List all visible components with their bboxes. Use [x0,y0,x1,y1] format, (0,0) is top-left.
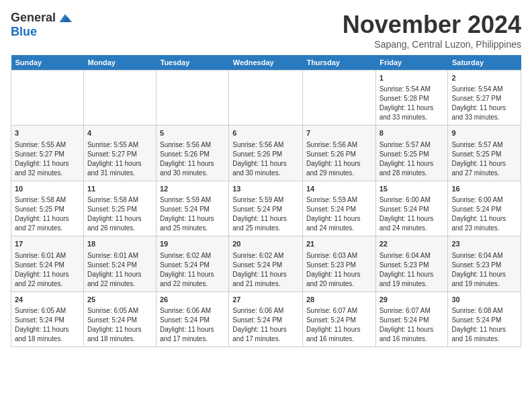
day-number: 16 [451,184,517,194]
day-info-line: Daylight: 11 hours and 33 minutes. [451,103,517,122]
day-info-line: Sunrise: 5:56 AM [306,140,372,150]
calendar-cell: 20Sunrise: 6:02 AMSunset: 5:24 PMDayligh… [229,236,303,291]
day-info-line: Sunset: 5:23 PM [306,261,372,270]
page-header: General Blue November 2024 Sapang, Centr… [11,11,521,50]
day-info-line: Daylight: 11 hours and 18 minutes. [87,325,152,344]
calendar-cell: 10Sunrise: 5:58 AMSunset: 5:25 PMDayligh… [11,181,84,236]
day-number: 29 [380,295,445,305]
day-info-line: Sunset: 5:24 PM [306,316,372,325]
day-info-line: Daylight: 11 hours and 30 minutes. [232,159,299,178]
day-info-line: Sunrise: 5:59 AM [232,195,299,205]
day-number: 13 [232,184,299,194]
calendar-cell: 1Sunrise: 5:54 AMSunset: 5:28 PMDaylight… [375,71,448,126]
day-number: 12 [160,184,225,194]
calendar-cell: 6Sunrise: 5:56 AMSunset: 5:26 PMDaylight… [229,126,303,181]
calendar-cell: 26Sunrise: 6:06 AMSunset: 5:24 PMDayligh… [157,291,229,347]
day-info-line: Daylight: 11 hours and 20 minutes. [306,270,372,289]
calendar-week-row: 1Sunrise: 5:54 AMSunset: 5:28 PMDaylight… [11,71,521,126]
day-info-line: Daylight: 11 hours and 27 minutes. [15,214,80,233]
day-number: 28 [306,295,372,305]
day-info-line: Sunrise: 6:03 AM [306,251,372,261]
day-number: 22 [380,239,445,249]
day-number: 3 [15,128,80,138]
calendar-cell: 16Sunrise: 6:00 AMSunset: 5:24 PMDayligh… [448,181,521,236]
day-info-line: Sunset: 5:24 PM [451,316,517,325]
logo-icon [57,11,73,25]
weekday-header-saturday: Saturday [448,55,521,71]
day-info-line: Daylight: 11 hours and 22 minutes. [15,270,80,289]
day-number: 15 [380,184,445,194]
weekday-header-wednesday: Wednesday [229,55,303,71]
day-number: 26 [160,295,225,305]
calendar-cell: 22Sunrise: 6:04 AMSunset: 5:23 PMDayligh… [375,236,448,291]
logo-blue-text: Blue [11,25,37,39]
calendar-cell [11,71,84,126]
day-info-line: Sunrise: 5:57 AM [380,140,445,150]
day-info-line: Sunrise: 5:55 AM [15,140,80,150]
day-info-line: Sunrise: 5:54 AM [380,85,445,94]
weekday-header-tuesday: Tuesday [157,55,229,71]
day-info-line: Sunset: 5:24 PM [87,261,152,270]
day-info-line: Sunset: 5:24 PM [306,205,372,214]
day-info-line: Sunset: 5:27 PM [15,150,80,159]
day-info-line: Sunset: 5:25 PM [451,150,517,159]
day-info-line: Sunrise: 6:07 AM [306,306,372,316]
weekday-header-sunday: Sunday [11,55,84,71]
day-number: 24 [15,295,80,305]
day-info-line: Sunrise: 5:59 AM [306,195,372,205]
calendar-cell: 29Sunrise: 6:07 AMSunset: 5:24 PMDayligh… [375,291,448,347]
day-info-line: Daylight: 11 hours and 29 minutes. [306,159,372,178]
day-info-line: Sunrise: 6:02 AM [232,251,299,261]
day-info-line: Daylight: 11 hours and 19 minutes. [380,270,445,289]
day-info-line: Sunrise: 6:01 AM [87,251,152,261]
calendar-cell: 25Sunrise: 6:05 AMSunset: 5:24 PMDayligh… [83,291,156,347]
day-number: 17 [15,239,80,249]
calendar-cell: 19Sunrise: 6:02 AMSunset: 5:24 PMDayligh… [157,236,229,291]
day-info-line: Sunset: 5:24 PM [15,261,80,270]
day-info-line: Sunrise: 5:56 AM [160,140,225,150]
calendar-cell: 8Sunrise: 5:57 AMSunset: 5:25 PMDaylight… [375,126,448,181]
calendar-cell: 28Sunrise: 6:07 AMSunset: 5:24 PMDayligh… [302,291,375,347]
day-info-line: Sunset: 5:28 PM [380,94,445,103]
day-info-line: Daylight: 11 hours and 27 minutes. [451,159,517,178]
day-info-line: Daylight: 11 hours and 24 minutes. [306,214,372,233]
logo: General Blue [11,11,73,39]
day-info-line: Sunrise: 5:58 AM [15,195,80,205]
day-info-line: Sunset: 5:25 PM [15,205,80,214]
day-number: 11 [87,184,152,194]
day-info-line: Sunset: 5:26 PM [306,150,372,159]
day-number: 30 [451,295,517,305]
month-title: November 2024 [343,11,521,39]
day-info-line: Daylight: 11 hours and 21 minutes. [232,270,299,289]
day-info-line: Sunset: 5:24 PM [160,261,225,270]
day-info-line: Daylight: 11 hours and 18 minutes. [15,325,80,344]
calendar-table: SundayMondayTuesdayWednesdayThursdayFrid… [11,55,521,347]
day-info-line: Daylight: 11 hours and 22 minutes. [87,270,152,289]
title-section: November 2024 Sapang, Central Luzon, Phi… [343,11,521,50]
day-number: 4 [87,128,152,138]
day-info-line: Sunrise: 5:56 AM [232,140,299,150]
day-number: 5 [160,128,225,138]
day-number: 18 [87,239,152,249]
day-info-line: Sunrise: 6:04 AM [451,251,517,261]
day-info-line: Sunset: 5:24 PM [160,205,225,214]
day-info-line: Sunset: 5:26 PM [232,150,299,159]
calendar-cell: 11Sunrise: 5:58 AMSunset: 5:25 PMDayligh… [83,181,156,236]
day-info-line: Daylight: 11 hours and 16 minutes. [306,325,372,344]
calendar-cell: 17Sunrise: 6:01 AMSunset: 5:24 PMDayligh… [11,236,84,291]
calendar-cell: 7Sunrise: 5:56 AMSunset: 5:26 PMDaylight… [302,126,375,181]
day-info-line: Sunset: 5:24 PM [87,316,152,325]
day-number: 9 [451,128,517,138]
day-info-line: Sunset: 5:23 PM [380,261,445,270]
day-info-line: Sunrise: 6:06 AM [160,306,225,316]
day-info-line: Sunset: 5:24 PM [232,261,299,270]
day-info-line: Daylight: 11 hours and 26 minutes. [87,214,152,233]
calendar-week-row: 10Sunrise: 5:58 AMSunset: 5:25 PMDayligh… [11,181,521,236]
day-number: 1 [380,73,445,83]
day-info-line: Daylight: 11 hours and 22 minutes. [160,270,225,289]
calendar-cell: 13Sunrise: 5:59 AMSunset: 5:24 PMDayligh… [229,181,303,236]
day-info-line: Daylight: 11 hours and 17 minutes. [160,325,225,344]
day-info-line: Sunrise: 6:00 AM [380,195,445,205]
day-info-line: Daylight: 11 hours and 33 minutes. [380,103,445,122]
weekday-header-friday: Friday [375,55,448,71]
